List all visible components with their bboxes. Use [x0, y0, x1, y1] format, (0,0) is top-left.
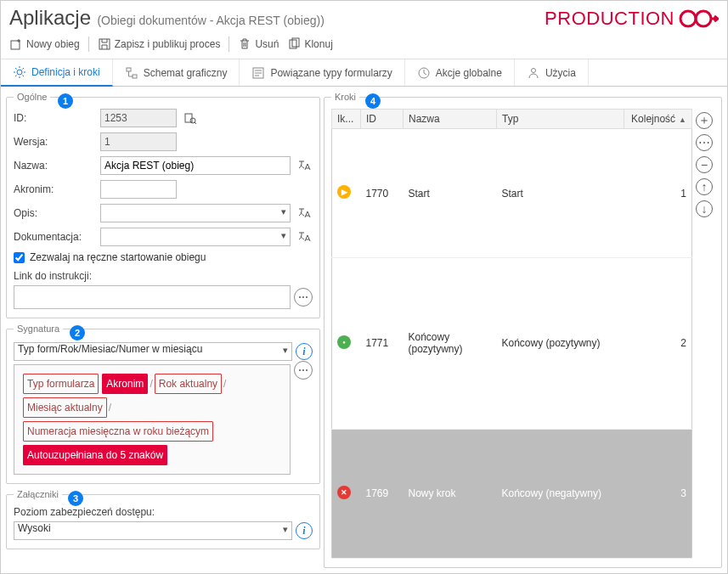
table-row[interactable]: 1769Nowy krokKońcowy (negatywny)3: [332, 429, 692, 558]
toolbar: Nowy obieg Zapisz i publikuj proces Usuń…: [1, 30, 727, 59]
doc-label: Dokumentacja:: [14, 231, 95, 243]
badge-2: 2: [70, 325, 85, 340]
access-level-value: Wysoki: [18, 522, 51, 534]
header: Aplikacje (Obiegi dokumentów - Akcja RES…: [1, 1, 727, 30]
usages-icon: [527, 66, 540, 80]
cell-id: 1771: [361, 258, 404, 429]
acronym-input[interactable]: [100, 180, 177, 199]
tab-definition[interactable]: Definicja i kroki: [1, 59, 113, 87]
step-remove-button[interactable]: −: [696, 156, 713, 173]
tab-global-actions[interactable]: Akcje globalne: [405, 59, 515, 86]
logo-icon: [678, 8, 719, 29]
cell-name: Nowy krok: [404, 429, 497, 558]
doc-select[interactable]: [100, 228, 291, 246]
name-translate-button[interactable]: [296, 157, 313, 174]
desc-translate-button[interactable]: [296, 205, 313, 222]
cell-id: 1769: [361, 429, 404, 558]
badge-3: 3: [68, 491, 83, 506]
cell-name: Start: [404, 129, 497, 258]
step-move-down-button[interactable]: ↓: [696, 200, 713, 217]
steps-table[interactable]: Ik... ID Nazwa Typ Kolejność▲ 1770StartS…: [331, 109, 692, 559]
step-status-icon: [337, 486, 351, 499]
steps-fieldset: Kroki 4 Ik... ID Nazwa Typ Kolejność▲: [324, 92, 722, 568]
new-flow-button[interactable]: Nowy obieg: [9, 37, 80, 51]
col-id[interactable]: ID: [361, 110, 404, 129]
signature-more-button[interactable]: ⋯: [294, 361, 313, 380]
link-more-button[interactable]: ⋯: [294, 288, 313, 307]
id-lookup-button[interactable]: [182, 110, 199, 127]
tab-usages[interactable]: Użycia: [515, 59, 589, 86]
steps-side-buttons: ＋ ⋯ − ↑ ↓: [694, 109, 714, 559]
link-input[interactable]: [14, 285, 291, 309]
cell-name: Końcowy (pozytywny): [404, 258, 497, 429]
svg-rect-7: [127, 68, 131, 71]
environment-text: PRODUCTION: [545, 8, 674, 30]
badge-1: 1: [58, 93, 73, 109]
table-row[interactable]: 1771Końcowy (pozytywny)Końcowy (pozytywn…: [332, 258, 692, 429]
cell-order: 2: [624, 258, 692, 429]
tab-label: Definicja i kroki: [31, 66, 100, 78]
svg-rect-3: [99, 39, 110, 49]
save-publish-button[interactable]: Zapisz i publikuj proces: [98, 37, 221, 51]
access-level-label: Poziom zabezpieczeń dostępu:: [14, 506, 313, 518]
tag-year: Rok aktualny: [155, 374, 222, 394]
step-move-up-button[interactable]: ↑: [696, 178, 713, 195]
info-icon[interactable]: i: [296, 522, 313, 539]
doc-translate-button[interactable]: [296, 228, 313, 245]
signature-select-value: Typ form/Rok/Miesiac/Numer w miesiącu: [18, 343, 202, 355]
sort-asc-icon: ▲: [679, 115, 686, 124]
left-column: Ogólne 1 ID: Wersja: Nazwa:: [6, 92, 320, 568]
tabstrip: Definicja i kroki Schemat graficzny Powi…: [1, 59, 727, 87]
access-level-select[interactable]: Wysoki: [14, 521, 292, 540]
save-icon: [98, 37, 111, 51]
badge-4: 4: [365, 93, 381, 109]
tag-acronym: Akronim: [102, 374, 148, 394]
tab-schema[interactable]: Schemat graficzny: [113, 59, 240, 86]
tab-label: Schemat graficzny: [144, 67, 228, 79]
col-icon[interactable]: Ik...: [332, 110, 361, 129]
general-legend: Ogólne: [17, 92, 47, 102]
id-input: [100, 109, 177, 127]
lookup-icon: [183, 111, 197, 125]
col-name[interactable]: Nazwa: [404, 110, 497, 129]
allow-manual-label: Zezwalaj na ręczne startowanie obiegu: [30, 251, 206, 263]
name-label: Nazwa:: [14, 160, 95, 172]
signature-legend: Sygnatura: [17, 324, 59, 334]
svg-point-1: [696, 11, 711, 26]
translate-icon: [297, 230, 311, 244]
cell-order: 3: [624, 429, 692, 558]
tag-month: Miesiąc aktualny: [23, 397, 107, 418]
steps-legend: Kroki: [335, 92, 356, 102]
table-row[interactable]: 1770StartStart1: [332, 129, 692, 258]
svg-rect-8: [133, 75, 137, 78]
desc-select[interactable]: [100, 204, 291, 222]
col-order[interactable]: Kolejność▲: [624, 110, 692, 129]
info-icon[interactable]: i: [296, 343, 313, 360]
step-more-button[interactable]: ⋯: [696, 134, 713, 151]
content-body: Ogólne 1 ID: Wersja: Nazwa:: [1, 87, 727, 573]
translate-icon: [297, 159, 311, 172]
tag-month-numbering: Numeracja miesięczna w roku bieżącym: [23, 421, 213, 442]
gear-icon: [13, 65, 26, 79]
cell-type: Start: [497, 129, 624, 258]
name-input[interactable]: [100, 156, 291, 175]
new-flow-label: Nowy obieg: [26, 38, 80, 50]
step-status-icon: [337, 185, 351, 199]
forms-icon: [251, 66, 265, 80]
attachments-legend: Załączniki: [17, 489, 59, 499]
clone-button[interactable]: Klonuj: [287, 37, 332, 51]
page-title: Aplikacje: [9, 6, 91, 29]
acronym-label: Akronim:: [14, 183, 95, 195]
delete-label: Usuń: [255, 38, 279, 50]
signature-select[interactable]: Typ form/Rok/Miesiac/Numer w miesiącu: [14, 342, 292, 361]
allow-manual-checkbox[interactable]: [14, 252, 25, 263]
step-status-icon: [337, 335, 351, 349]
col-type[interactable]: Typ: [497, 110, 624, 129]
app-window: Aplikacje (Obiegi dokumentów - Akcja RES…: [0, 0, 728, 574]
diagram-icon: [125, 66, 138, 80]
step-add-button[interactable]: ＋: [696, 112, 713, 129]
svg-point-6: [17, 70, 22, 75]
delete-button[interactable]: Usuń: [238, 37, 279, 51]
general-fieldset: Ogólne 1 ID: Wersja: Nazwa:: [6, 92, 320, 318]
tab-form-types[interactable]: Powiązane typy formularzy: [240, 59, 404, 86]
